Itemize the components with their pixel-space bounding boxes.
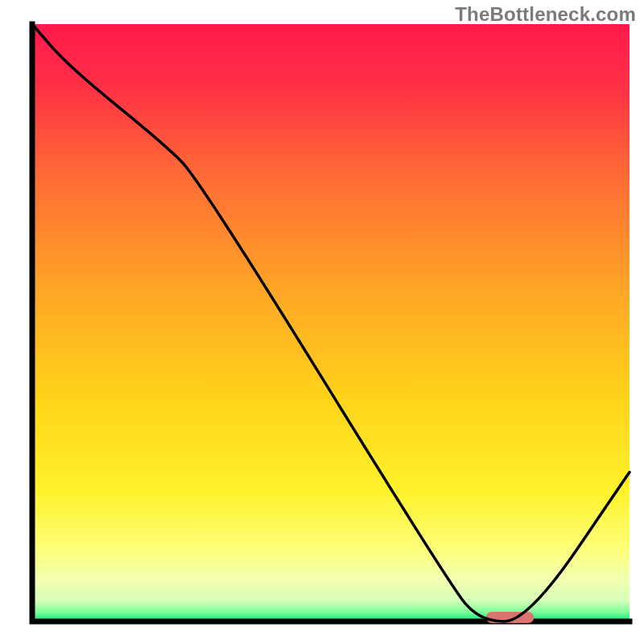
chart-stage: TheBottleneck.com [0, 0, 644, 644]
watermark-text: TheBottleneck.com [455, 3, 636, 26]
bottleneck-chart [0, 0, 644, 644]
chart-background [32, 24, 630, 621]
